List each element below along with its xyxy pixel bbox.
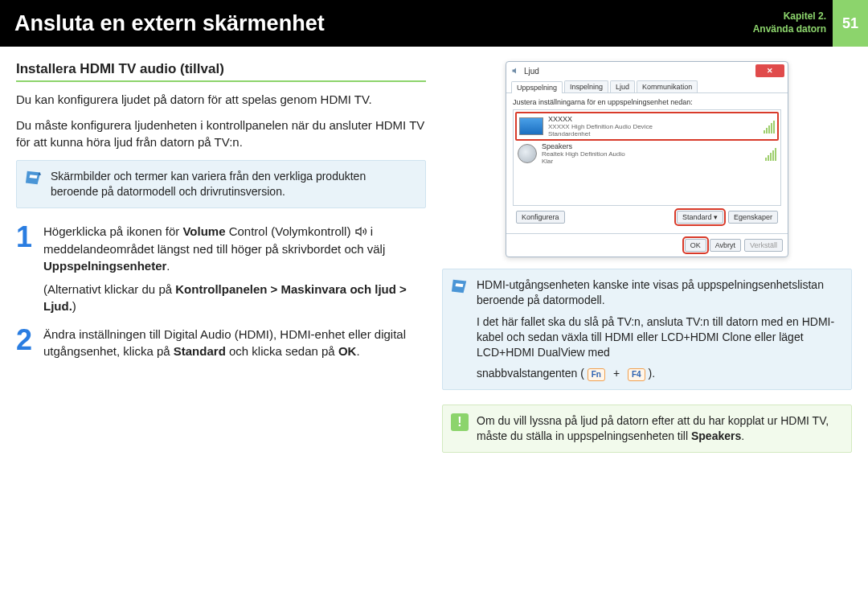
right-column: Ljud ✕ Uppspelning Inspelning Ljud Kommu… bbox=[442, 61, 852, 453]
close-button[interactable]: ✕ bbox=[755, 64, 784, 77]
dialog-title: Ljud bbox=[521, 67, 755, 76]
section-heading: Installera HDMI TV audio (tillval) bbox=[16, 61, 426, 82]
tab-playback[interactable]: Uppspelning bbox=[511, 81, 563, 93]
step-1: 1 Högerklicka på ikonen för Volume Contr… bbox=[16, 223, 426, 315]
device-list: XXXXX XXXXX High Definition Audio Device… bbox=[513, 109, 781, 206]
content: Installera HDMI TV audio (tillval) Du ka… bbox=[0, 47, 868, 453]
paragraph: Du kan konfigurera ljudet på datorn för … bbox=[16, 92, 426, 108]
device-item-speakers[interactable]: Speakers Realtek High Definition Audio K… bbox=[515, 141, 779, 166]
step-body: Högerklicka på ikonen för Volume Control… bbox=[43, 223, 426, 315]
chapter-label: Kapitel 2. Använda datorn bbox=[753, 10, 833, 35]
dialog-tabs: Uppspelning Inspelning Ljud Kommunikatio… bbox=[506, 77, 788, 93]
sound-dialog: Ljud ✕ Uppspelning Inspelning Ljud Kommu… bbox=[506, 61, 788, 257]
tab-comm[interactable]: Kommunikation bbox=[637, 80, 698, 92]
apply-button[interactable]: Verkställ bbox=[744, 239, 783, 252]
page-header: Ansluta en extern skärmenhet Kapitel 2. … bbox=[0, 0, 868, 47]
header-right: Kapitel 2. Använda datorn 51 bbox=[753, 0, 868, 47]
properties-button[interactable]: Egenskaper bbox=[728, 211, 778, 224]
set-default-button[interactable]: Standard ▾ bbox=[677, 211, 723, 224]
f4-key: F4 bbox=[628, 368, 645, 381]
step-2: 2 Ändra inställningen till Digital Audio… bbox=[16, 326, 426, 359]
info-note: Skärmbilder och termer kan variera från … bbox=[16, 160, 426, 208]
dialog-titlebar: Ljud ✕ bbox=[506, 62, 788, 77]
ok-button[interactable]: OK bbox=[685, 239, 706, 252]
speaker-icon bbox=[518, 144, 537, 163]
tab-recording[interactable]: Inspelning bbox=[564, 80, 608, 92]
note-icon bbox=[451, 277, 469, 381]
page-title: Ansluta en extern skärmenhet bbox=[14, 11, 753, 36]
hdmi-note: HDMI-utgångsenheten kanske inte visas på… bbox=[442, 269, 852, 390]
note-icon bbox=[25, 169, 43, 199]
device-item-hdmi[interactable]: XXXXX XXXXX High Definition Audio Device… bbox=[515, 112, 779, 141]
alert-icon: ! bbox=[451, 413, 469, 431]
page-number: 51 bbox=[833, 0, 868, 47]
level-meter bbox=[764, 119, 775, 133]
cancel-button[interactable]: Avbryt bbox=[710, 239, 741, 252]
volume-icon bbox=[354, 224, 367, 240]
level-meter bbox=[765, 146, 776, 161]
monitor-icon bbox=[519, 117, 543, 135]
paragraph: Du måste konfigurera ljudenheten i kontr… bbox=[16, 117, 426, 150]
step-number: 2 bbox=[16, 326, 37, 359]
step-body: Ändra inställningen till Digital Audio (… bbox=[43, 326, 426, 359]
tab-sounds[interactable]: Ljud bbox=[610, 80, 635, 92]
dialog-instruction: Justera inställningarna för en uppspelni… bbox=[513, 98, 781, 106]
configure-button[interactable]: Konfigurera bbox=[516, 211, 565, 224]
note-text: Skärmbilder och termer kan variera från … bbox=[51, 169, 416, 199]
step-number: 1 bbox=[16, 223, 37, 315]
left-column: Installera HDMI TV audio (tillval) Du ka… bbox=[16, 61, 426, 453]
speaker-icon bbox=[511, 66, 521, 76]
speakers-alert: ! Om du vill lyssna på ljud på datorn ef… bbox=[442, 405, 852, 453]
fn-key: Fn bbox=[588, 368, 605, 381]
